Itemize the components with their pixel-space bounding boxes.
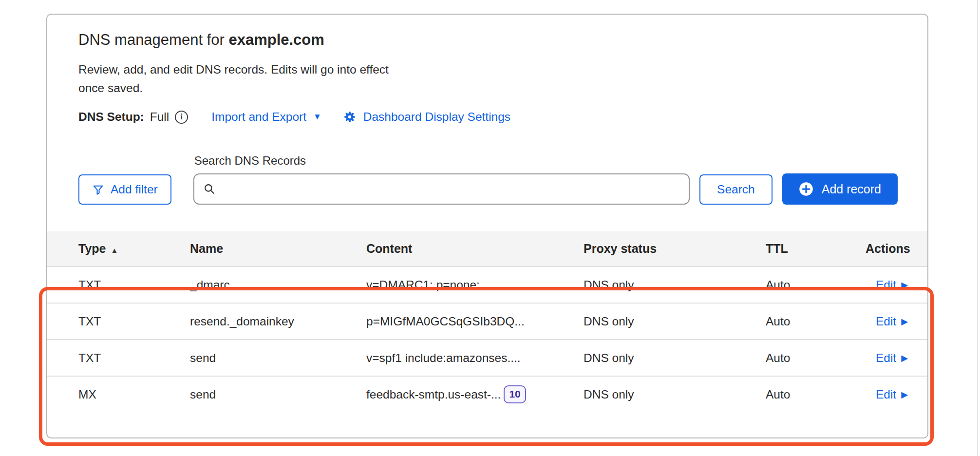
cell-ttl: Auto: [766, 278, 866, 292]
dns-setup-row: DNS Setup: Full i Import and Export ▼ Da…: [78, 110, 896, 124]
column-header-name: Name: [190, 242, 366, 256]
table-header-row: Type▲ Name Content Proxy status TTL Acti…: [47, 231, 927, 266]
table-row: TXT _dmarc v=DMARC1; p=none; DNS only Au…: [47, 266, 927, 303]
type-header-label: Type: [78, 242, 106, 255]
edit-record-link[interactable]: Edit▶: [866, 351, 908, 365]
table-row: TXT send v=spf1 include:amazonses.... DN…: [47, 339, 927, 376]
cell-ttl: Auto: [766, 388, 866, 401]
column-header-content: Content: [366, 242, 584, 256]
search-button[interactable]: Search: [699, 174, 773, 205]
add-record-label: Add record: [822, 182, 881, 196]
cell-content: v=DMARC1; p=none;: [366, 278, 480, 292]
add-record-button[interactable]: Add record: [782, 173, 898, 205]
dns-setup-label: DNS Setup:: [78, 110, 144, 124]
cell-name: send: [190, 388, 366, 401]
search-input[interactable]: [222, 182, 680, 196]
page-title-prefix: DNS management for: [78, 31, 228, 48]
chevron-right-icon: ▶: [901, 317, 908, 326]
cell-name: resend._domainkey: [190, 315, 366, 328]
cell-name: _dmarc: [190, 278, 366, 292]
dns-toolbar: Add filter Search DNS Records Search: [78, 154, 898, 205]
search-icon: [203, 183, 216, 195]
cell-type: TXT: [47, 351, 190, 365]
sort-ascending-icon: ▲: [111, 246, 118, 254]
cell-content: p=MIGfMA0GCSqGSIb3DQ...: [366, 315, 525, 328]
dashboard-display-settings-link[interactable]: Dashboard Display Settings: [363, 110, 510, 124]
cell-content: v=spf1 include:amazonses....: [366, 351, 521, 365]
search-box: [193, 173, 690, 205]
chevron-down-icon: ▼: [313, 112, 321, 122]
cell-proxy-status: DNS only: [584, 388, 766, 401]
edit-record-link[interactable]: Edit▶: [866, 315, 908, 328]
info-icon[interactable]: i: [175, 111, 188, 124]
cell-type: TXT: [47, 278, 190, 292]
edit-label: Edit: [876, 315, 896, 328]
edit-record-link[interactable]: Edit▶: [866, 388, 908, 401]
edit-label: Edit: [876, 388, 896, 401]
table-row: TXT resend._domainkey p=MIGfMA0GCSqGSIb3…: [47, 303, 927, 339]
page-title: DNS management for example.com: [78, 31, 896, 49]
add-filter-label: Add filter: [111, 183, 158, 196]
priority-badge: 10: [504, 385, 526, 403]
table-row: MX send feedback-smtp.us-east-...10 DNS …: [47, 376, 927, 412]
chevron-right-icon: ▶: [901, 281, 908, 289]
cell-name: send: [190, 351, 366, 365]
search-label: Search DNS Records: [194, 154, 690, 168]
cell-proxy-status: DNS only: [584, 278, 766, 292]
import-export-link[interactable]: Import and Export ▼: [211, 110, 321, 124]
cell-type: TXT: [47, 315, 190, 328]
edit-record-link[interactable]: Edit▶: [866, 278, 908, 292]
page-right-edge: [977, 0, 978, 456]
page-subtitle: Review, add, and edit DNS records. Edits…: [78, 60, 394, 97]
cell-type: MX: [47, 388, 190, 401]
add-filter-button[interactable]: Add filter: [78, 174, 171, 205]
cell-ttl: Auto: [766, 315, 866, 328]
search-group: Search DNS Records: [193, 154, 690, 205]
column-header-type[interactable]: Type▲: [47, 242, 190, 256]
chevron-right-icon: ▶: [901, 354, 908, 362]
chevron-right-icon: ▶: [901, 390, 908, 399]
plus-circle-icon: [799, 182, 813, 196]
dns-setup-value: Full: [150, 110, 169, 124]
edit-label: Edit: [876, 351, 896, 365]
dns-records-table: Type▲ Name Content Proxy status TTL Acti…: [47, 231, 927, 412]
cell-content: feedback-smtp.us-east-...: [366, 388, 501, 401]
import-export-label: Import and Export: [211, 110, 306, 124]
edit-label: Edit: [876, 278, 896, 292]
column-header-actions: Actions: [866, 242, 910, 256]
page-title-domain: example.com: [228, 31, 324, 48]
cell-proxy-status: DNS only: [584, 315, 766, 328]
gear-icon: [343, 110, 357, 124]
cell-proxy-status: DNS only: [584, 351, 766, 365]
dns-management-card: DNS management for example.com Review, a…: [46, 14, 928, 438]
column-header-proxy-status: Proxy status: [584, 242, 766, 256]
column-header-ttl: TTL: [766, 242, 866, 256]
cell-ttl: Auto: [766, 351, 866, 365]
filter-icon: [92, 184, 104, 196]
